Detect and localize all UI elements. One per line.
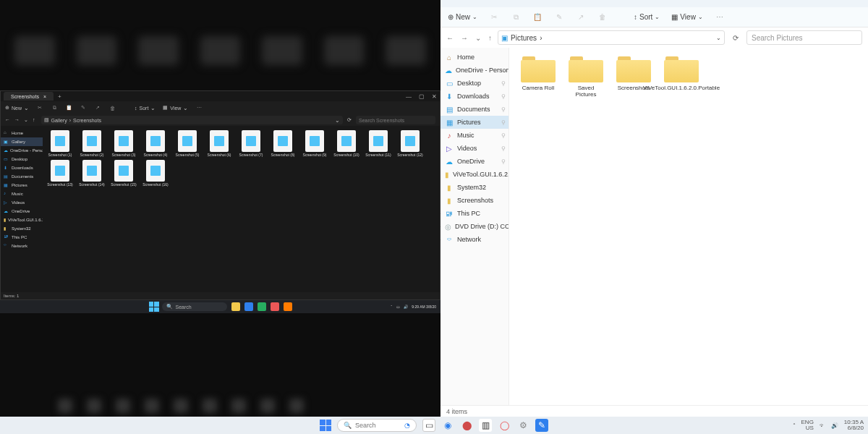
task-view-icon[interactable]: ▭ xyxy=(422,419,435,432)
copy-icon[interactable]: ⧉ xyxy=(511,13,521,22)
new-button[interactable]: ⊕ New ⌄ xyxy=(5,105,29,111)
paste-icon[interactable]: 📋 xyxy=(65,105,72,111)
view-dropdown[interactable]: ▦ View ⌄ xyxy=(163,105,188,111)
network-icon[interactable]: ᯤ xyxy=(820,422,825,429)
sidebar-item-gallery[interactable]: ▣Gallery xyxy=(1,137,43,146)
file-item[interactable]: Screenshot (15) xyxy=(109,160,138,187)
sidebar-item-pictures[interactable]: ▦Pictures xyxy=(1,181,43,190)
sidebar-item-home[interactable]: ⌂Home xyxy=(441,51,509,64)
file-item[interactable]: Screenshot (13) xyxy=(46,160,75,187)
nav-back-icon[interactable]: ← xyxy=(5,117,10,123)
paste-icon[interactable]: 📋 xyxy=(532,13,542,21)
sidebar-item-documents[interactable]: ▤Documents xyxy=(1,172,43,181)
chevron-up-icon[interactable]: ˄ xyxy=(391,305,393,309)
chevron-down-icon[interactable]: ⌄ xyxy=(716,35,721,41)
start-button[interactable] xyxy=(149,302,159,312)
sidebar-item-documents[interactable]: ▤Documents⚲ xyxy=(441,103,509,116)
new-tab-button[interactable]: + xyxy=(54,93,66,100)
language-indicator[interactable]: ENG US xyxy=(801,420,814,431)
sidebar-item-disc[interactable]: ›◎DVD Drive (D:) CCC xyxy=(441,220,509,233)
nav-up-icon[interactable]: ↑ xyxy=(33,117,35,123)
opera-icon[interactable]: ◯ xyxy=(498,419,511,432)
refresh-icon[interactable]: ⟳ xyxy=(731,34,741,42)
file-item[interactable]: Screenshot (7) xyxy=(237,130,265,157)
app-icon[interactable] xyxy=(258,302,266,311)
search-input[interactable]: Search Screenshots xyxy=(356,116,435,124)
folder-item[interactable]: Screenshots xyxy=(615,56,652,98)
delete-icon[interactable]: 🗑 xyxy=(597,13,608,21)
nav-recent-icon[interactable]: ⌄ xyxy=(475,34,481,42)
sidebar-item-folder[interactable]: ▮ViVeTool.GUI.1.6.2.0 xyxy=(1,216,43,224)
file-item[interactable]: Screenshot (6) xyxy=(205,130,234,157)
search-input[interactable]: 🔍 Search xyxy=(162,302,227,311)
search-input[interactable]: 🔍 Search ◔ xyxy=(337,419,417,432)
delete-icon[interactable]: 🗑 xyxy=(109,106,116,111)
notepad-icon[interactable]: ▥ xyxy=(479,419,492,432)
cut-icon[interactable]: ✂ xyxy=(489,13,499,21)
chevron-right-icon[interactable]: › xyxy=(441,210,441,217)
sidebar-item-cloud[interactable]: ☁OneDrive⚲ xyxy=(441,155,509,168)
nav-back-icon[interactable]: ← xyxy=(446,34,454,42)
sidebar-item-folder[interactable]: ▮System32 xyxy=(441,181,509,194)
sidebar-item-downloads[interactable]: ⬇Downloads⚲ xyxy=(441,90,509,103)
new-button[interactable]: ⊕ New ⌄ xyxy=(448,13,477,21)
sort-dropdown[interactable]: ↕ Sort ⌄ xyxy=(634,13,660,21)
opera-icon[interactable] xyxy=(271,302,279,311)
explorer-icon[interactable] xyxy=(231,302,240,311)
file-item[interactable]: Screenshot (3) xyxy=(109,130,138,157)
sidebar-item-folder[interactable]: ▮System32 xyxy=(1,224,43,233)
network-icon[interactable]: ▭ xyxy=(396,305,400,309)
sidebar-item-cloud[interactable]: ☁OneDrive - Persona xyxy=(1,146,43,155)
chevron-down-icon[interactable]: ⌄ xyxy=(335,117,340,124)
file-item[interactable]: Screenshot (1) xyxy=(46,130,75,157)
folder-item[interactable]: Saved Pictures xyxy=(567,56,605,98)
file-item[interactable]: Screenshot (16) xyxy=(141,160,170,187)
cut-icon[interactable]: ✂ xyxy=(36,105,43,111)
sidebar-item-folder[interactable]: ▮Screenshots xyxy=(441,194,509,207)
view-dropdown[interactable]: ▦ View ⌄ xyxy=(671,13,703,21)
sidebar-item-network[interactable]: ⌔Network xyxy=(1,242,43,250)
file-item[interactable]: Screenshot (9) xyxy=(300,130,329,157)
volume-icon[interactable]: 🔊 xyxy=(404,305,408,309)
sidebar-item-desktop[interactable]: ▭Desktop⚲ xyxy=(441,77,509,90)
sort-dropdown[interactable]: ↕ Sort ⌄ xyxy=(135,105,156,111)
sidebar-item-music[interactable]: ♪Music⚲ xyxy=(441,129,509,142)
share-icon[interactable]: ↗ xyxy=(94,105,101,111)
settings-icon[interactable]: ⚙ xyxy=(516,419,529,432)
chevron-right-icon[interactable]: › xyxy=(441,67,441,74)
folder-item[interactable]: ViVeTool.GUI.1.6.2.0.Portable xyxy=(663,56,700,98)
refresh-icon[interactable]: ⟳ xyxy=(346,117,353,123)
nav-forward-icon[interactable]: → xyxy=(14,117,20,123)
app2-icon[interactable]: ✎ xyxy=(535,419,548,432)
sidebar-item-pc[interactable]: ›🖳This PC xyxy=(441,207,509,220)
share-icon[interactable]: ↗ xyxy=(576,13,586,21)
edge-icon[interactable]: ◉ xyxy=(441,419,454,432)
sidebar-item-downloads[interactable]: ⬇Downloads xyxy=(1,163,43,172)
start-button[interactable] xyxy=(320,420,331,431)
file-item[interactable]: Screenshot (10) xyxy=(332,130,361,157)
app-icon[interactable]: ⬤ xyxy=(460,419,473,432)
more-icon[interactable]: ⋯ xyxy=(715,13,725,21)
rename-icon[interactable]: ✎ xyxy=(80,105,87,111)
sidebar-item-videos[interactable]: ▷Videos⚲ xyxy=(441,142,509,155)
close-icon[interactable]: × xyxy=(43,94,46,99)
clock[interactable]: 10:35 A 6/8/20 xyxy=(844,420,864,431)
file-item[interactable]: Screenshot (11) xyxy=(364,130,393,157)
nav-forward-icon[interactable]: → xyxy=(461,34,468,42)
sidebar-item-desktop[interactable]: ▭Desktop xyxy=(1,155,43,163)
breadcrumb[interactable]: ▧ Gallery › Screenshots ⌄ xyxy=(41,116,344,124)
sidebar-item-home[interactable]: ⌂Home xyxy=(1,129,43,137)
sidebar-item-pictures[interactable]: ▦Pictures⚲ xyxy=(441,116,509,129)
sidebar-item-cloud[interactable]: ☁OneDrive xyxy=(1,207,43,216)
sidebar-item-folder[interactable]: ▮ViVeTool.GUI.1.6.2.0 xyxy=(441,168,509,181)
file-item[interactable]: Screenshot (5) xyxy=(173,130,202,157)
maximize-icon[interactable]: ▢ xyxy=(419,93,425,100)
breadcrumb[interactable]: ▣ Pictures › ⌄ xyxy=(498,30,725,45)
sidebar-item-videos[interactable]: ▷Videos xyxy=(1,198,43,207)
rename-icon[interactable]: ✎ xyxy=(554,13,564,21)
file-item[interactable]: Screenshot (14) xyxy=(77,160,106,187)
search-input[interactable]: Search Pictures xyxy=(746,30,862,45)
dark-explorer-tab[interactable]: Screenshots × xyxy=(4,92,54,101)
nav-recent-icon[interactable]: ⌄ xyxy=(24,117,28,123)
minimize-icon[interactable]: ― xyxy=(406,93,412,100)
